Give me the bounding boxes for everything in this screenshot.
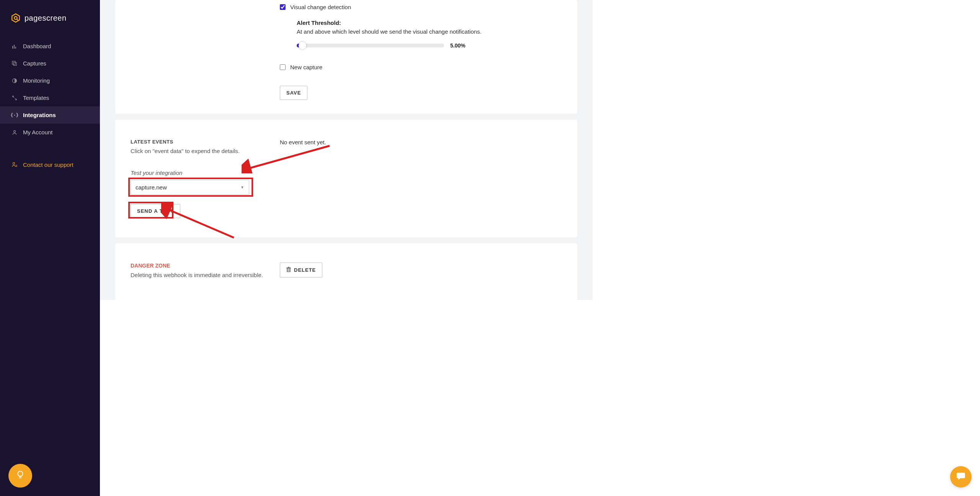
visual-change-label: Visual change detection	[290, 4, 351, 10]
visual-change-checkbox[interactable]	[280, 4, 286, 10]
sidebar-item-label: Monitoring	[23, 77, 50, 84]
svg-marker-0	[12, 14, 20, 22]
threshold-value: 5.00%	[450, 42, 466, 49]
logo-icon	[11, 13, 21, 23]
settings-card: Visual change detection Alert Threshold:…	[115, 0, 577, 114]
threshold-title: Alert Threshold:	[297, 20, 562, 26]
nav: Dashboard Captures Monitoring Templates …	[0, 38, 100, 173]
danger-title: DANGER ZONE	[131, 263, 280, 269]
user-icon	[11, 129, 18, 135]
threshold-desc: At and above which level should we send …	[297, 28, 562, 35]
svg-rect-17	[287, 268, 290, 272]
sidebar-item-label: Integrations	[23, 112, 56, 118]
threshold-slider[interactable]	[297, 44, 444, 47]
danger-desc: Deleting this webhook is immediate and i…	[131, 272, 280, 278]
svg-rect-5	[15, 47, 16, 49]
sidebar-item-integrations[interactable]: {·} Integrations	[0, 106, 100, 124]
stack-icon	[11, 60, 18, 67]
save-button[interactable]: SAVE	[280, 86, 307, 100]
sidebar-item-monitoring[interactable]: Monitoring	[0, 72, 100, 89]
bars-icon	[11, 43, 18, 49]
expand-icon	[11, 95, 18, 101]
events-title: LATEST EVENTS	[131, 139, 280, 145]
sidebar-item-label: Contact our support	[23, 162, 74, 168]
events-empty: No event sent yet.	[280, 139, 562, 145]
sidebar-item-dashboard[interactable]: Dashboard	[0, 38, 100, 55]
sidebar-item-label: Captures	[23, 60, 46, 67]
logo-text: pagescreen	[24, 14, 67, 23]
svg-rect-3	[12, 46, 13, 49]
chevron-down-icon: ▼	[240, 185, 244, 189]
sidebar-item-captures[interactable]: Captures	[0, 55, 100, 72]
sidebar-item-support[interactable]: Contact our support	[0, 156, 100, 173]
sidebar-item-templates[interactable]: Templates	[0, 89, 100, 106]
new-capture-label: New capture	[290, 64, 322, 70]
main-content: Visual change detection Alert Threshold:…	[100, 0, 593, 300]
trash-icon	[286, 267, 291, 273]
event-type-value: capture.new	[136, 184, 167, 191]
support-icon	[11, 162, 18, 168]
sidebar-item-myaccount[interactable]: My Account	[0, 124, 100, 141]
event-type-select[interactable]: capture.new ▼	[131, 180, 249, 195]
svg-point-12	[13, 162, 15, 164]
logo[interactable]: pagescreen	[0, 0, 100, 34]
svg-rect-4	[14, 45, 15, 49]
svg-point-1	[14, 16, 17, 20]
danger-card: DANGER ZONE Deleting this webhook is imm…	[115, 243, 577, 300]
delete-button[interactable]: DELETE	[280, 263, 322, 277]
sidebar-item-label: My Account	[23, 129, 53, 135]
visual-change-checkbox-row: Visual change detection	[280, 4, 562, 10]
svg-line-2	[17, 19, 18, 20]
svg-rect-6	[12, 61, 15, 64]
svg-point-11	[14, 131, 16, 132]
events-subtitle: Click on "event data" to expend the deta…	[131, 148, 280, 154]
sidebar: pagescreen Dashboard Captures Monitoring…	[0, 0, 100, 300]
sidebar-item-label: Dashboard	[23, 43, 51, 49]
sidebar-item-label: Templates	[23, 95, 49, 101]
braces-icon: {·}	[11, 112, 18, 118]
threshold-block: Alert Threshold: At and above which leve…	[297, 20, 562, 49]
new-capture-checkbox-row: New capture	[280, 64, 562, 70]
test-integration-label: Test your integration	[131, 170, 280, 176]
svg-rect-7	[13, 62, 16, 65]
events-card: LATEST EVENTS Click on "event data" to e…	[115, 120, 577, 237]
send-test-button[interactable]: SEND A TEST	[131, 204, 180, 218]
new-capture-checkbox[interactable]	[280, 64, 286, 70]
globe-icon	[11, 78, 18, 84]
